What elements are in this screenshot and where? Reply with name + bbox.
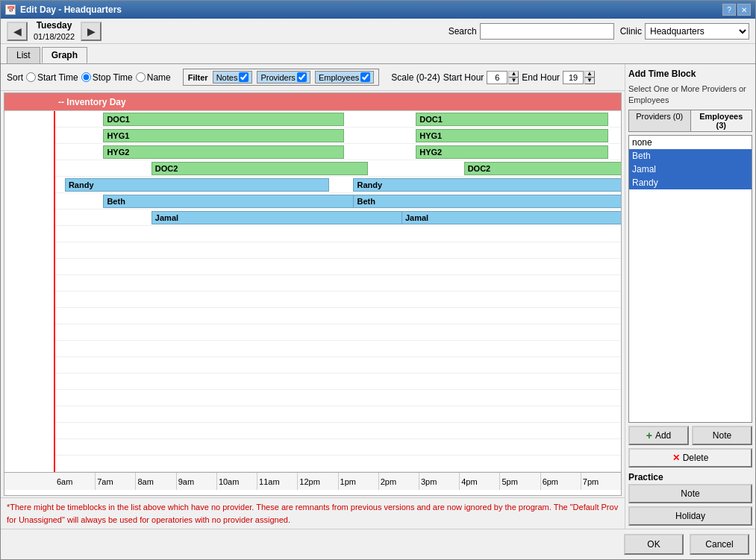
filter-providers-checkbox[interactable]: Providers (257, 71, 310, 84)
row-content (55, 390, 621, 406)
main-content: Sort Start Time Stop Time Name Filter (1, 64, 755, 529)
row-hyg2: HYG2 HYG2 (4, 144, 621, 160)
time-gutter (4, 210, 55, 226)
help-button[interactable]: ? (722, 4, 736, 16)
footer-text: *There might be timeblocks in the list a… (7, 503, 618, 524)
sort-stop-radio[interactable] (81, 72, 91, 82)
toolbar: ◀ Tuesday 01/18/2022 ▶ Search Clinic Hea… (1, 19, 755, 44)
inventory-bar: -- Inventory Day (4, 93, 621, 111)
close-button[interactable]: ✕ (737, 4, 751, 16)
tab-list[interactable]: List (7, 47, 40, 63)
schedule-block[interactable]: DOC1 (416, 113, 608, 126)
sort-stop-time[interactable]: Stop Time (81, 72, 133, 83)
end-hour-label: End Hour (522, 72, 560, 83)
holiday-button[interactable]: Holiday (628, 506, 752, 526)
sort-label: Sort (7, 72, 23, 83)
search-input[interactable] (480, 23, 614, 40)
cancel-button[interactable]: Cancel (690, 534, 749, 555)
start-hour-down[interactable]: ▼ (508, 78, 519, 84)
list-item[interactable]: none (629, 136, 752, 149)
title-bar: 📅 Edit Day - Headquarters ? ✕ (1, 1, 755, 19)
schedule-block[interactable]: HYG2 (416, 145, 608, 159)
schedule-block[interactable]: Beth (103, 195, 392, 208)
time-gutter (4, 111, 55, 128)
employees-cb[interactable] (360, 72, 370, 82)
filter-employees-checkbox[interactable]: Employees (315, 71, 374, 84)
employees-tab[interactable]: Employees (3) (691, 110, 752, 131)
row-empty (4, 423, 621, 439)
day-label: Tuesday (34, 20, 75, 32)
row-empty (4, 341, 621, 357)
filter-notes-checkbox[interactable]: Notes (213, 71, 253, 84)
schedule-block[interactable]: DOC1 (103, 113, 343, 126)
clinic-area: Clinic Headquarters (620, 23, 749, 40)
clinic-label: Clinic (620, 26, 642, 37)
end-hour-spinner[interactable]: ▲ ▼ (563, 71, 595, 84)
schedule-block[interactable]: Jamal (151, 211, 440, 224)
schedule-block[interactable]: Beth (353, 195, 622, 208)
right-panel: Add Time Block Select One or More Provid… (625, 64, 755, 529)
plus-icon: + (646, 430, 652, 441)
sort-start-radio[interactable] (26, 72, 36, 82)
start-hour-label: Start Hour (443, 72, 484, 83)
schedule-block[interactable]: HYG1 (416, 129, 608, 142)
schedule-block[interactable]: Randy (65, 178, 329, 192)
schedule-block[interactable]: HYG2 (103, 145, 343, 159)
start-hour-input[interactable] (487, 71, 507, 84)
providers-cb[interactable] (297, 72, 307, 82)
schedule-block[interactable]: DOC2 (151, 162, 368, 175)
time-gutter (4, 341, 55, 357)
row-content (55, 275, 621, 292)
notes-cb[interactable] (239, 72, 249, 82)
start-hour-spinner[interactable]: ▲ ▼ (487, 71, 519, 84)
next-day-button[interactable]: ▶ (81, 22, 101, 41)
list-item[interactable]: Jamal (629, 163, 752, 176)
schedule-block[interactable]: DOC2 (464, 162, 622, 175)
time-axis-gutter (4, 473, 55, 490)
row-content (55, 357, 621, 374)
tab-bar: List Graph (1, 44, 755, 64)
sort-name-radio[interactable] (136, 72, 146, 82)
end-hour-input[interactable] (563, 71, 584, 84)
row-content (55, 308, 621, 324)
tab-graph[interactable]: Graph (42, 47, 87, 63)
time-gutter (4, 292, 55, 308)
graph-area: -- Inventory Day DOC1 DOC1 (4, 92, 622, 496)
schedule-block[interactable]: HYG1 (103, 129, 343, 142)
row-beth: Beth Beth (4, 193, 621, 210)
add-button[interactable]: + Add (628, 426, 689, 445)
row-empty (4, 259, 621, 275)
row-content (55, 456, 621, 472)
end-hour-down[interactable]: ▼ (584, 78, 595, 84)
sort-start-time[interactable]: Start Time (26, 72, 78, 83)
list-item[interactable]: Beth (629, 149, 752, 163)
time-gutter (4, 357, 55, 374)
row-empty (4, 374, 621, 390)
add-note-row: + Add Note (628, 426, 752, 445)
schedule-block[interactable]: Randy (353, 178, 622, 192)
clinic-select[interactable]: Headquarters (645, 23, 749, 40)
main-window: 📅 Edit Day - Headquarters ? ✕ ◀ Tuesday … (0, 0, 756, 560)
row-empty (4, 390, 621, 406)
providers-tab[interactable]: Providers (0) (629, 110, 691, 131)
list-item[interactable]: Randy (629, 176, 752, 189)
row-empty (4, 439, 621, 456)
time-label: 12pm (298, 473, 338, 490)
prev-day-button[interactable]: ◀ (7, 22, 28, 41)
sort-name[interactable]: Name (136, 72, 171, 83)
time-gutter (4, 128, 55, 144)
ok-button[interactable]: OK (624, 534, 684, 555)
row-hyg1: HYG1 HYG1 (4, 128, 621, 144)
add-time-block-label: Add Time Block (628, 67, 752, 81)
time-labels-row: 6am 7am 8am 9am 10am 11am 12pm 1pm 2pm 3… (55, 473, 621, 490)
row-empty (4, 292, 621, 308)
time-gutter (4, 177, 55, 193)
note-button[interactable]: Note (692, 426, 752, 445)
scale-group: Scale (0-24) Start Hour ▲ ▼ End Hour ▲ (391, 71, 595, 84)
practice-note-button[interactable]: Note (628, 484, 752, 503)
time-gutter (4, 144, 55, 160)
row-doc2: DOC2 DOC2 (4, 160, 621, 177)
graph-panel: Sort Start Time Stop Time Name Filter (1, 64, 625, 529)
schedule-block[interactable]: Jamal (402, 211, 622, 224)
delete-button[interactable]: ✕ Delete (628, 448, 752, 468)
